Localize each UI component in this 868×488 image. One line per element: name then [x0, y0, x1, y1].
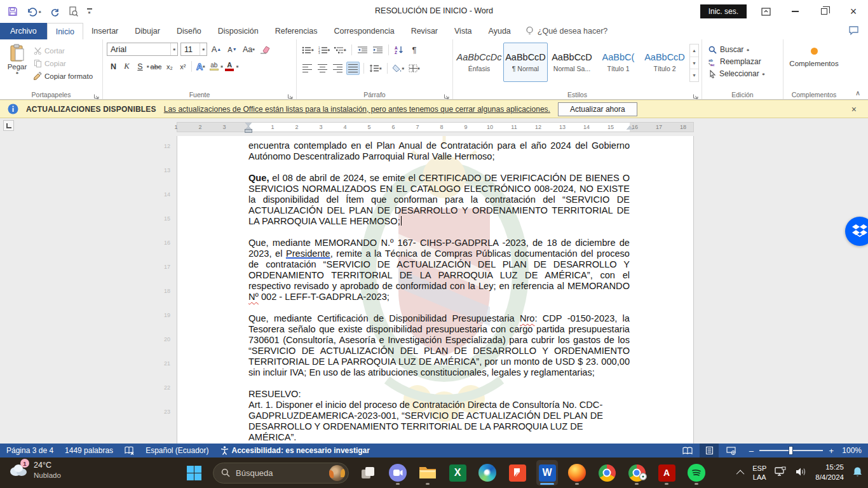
taskbar-firefox[interactable] — [566, 460, 588, 485]
tab-insertar[interactable]: Insertar — [83, 23, 126, 39]
document-paragraph[interactable]: RESUELVO: — [248, 389, 630, 400]
taskbar-acrobat[interactable]: A — [656, 460, 677, 485]
tab-ayuda[interactable]: Ayuda — [480, 23, 519, 39]
volume-icon[interactable] — [796, 467, 807, 479]
close-button[interactable]: × — [839, 0, 868, 23]
styles-scroll-down-icon[interactable]: ▼ — [690, 57, 698, 70]
tab-vista[interactable]: Vista — [446, 23, 480, 39]
notice-link[interactable]: Las actualizaciones de Office están list… — [164, 105, 550, 114]
taskbar-edge[interactable] — [477, 460, 498, 485]
find-button[interactable]: Buscar ▾ — [709, 45, 776, 54]
align-right-button[interactable] — [331, 62, 344, 75]
sign-in-button[interactable]: Inic. ses. — [700, 4, 747, 18]
underline-button[interactable]: S — [133, 60, 147, 73]
document-paragraph[interactable]: Que, el 08 de abril de 2024, se emite el… — [248, 173, 630, 227]
dropdown-caret[interactable]: ▾ — [39, 10, 41, 14]
tab-archivo[interactable]: Archivo — [0, 23, 47, 39]
font-family-select[interactable]: Arial ▾ — [107, 43, 178, 56]
accessibility-status[interactable]: Accesibilidad: es necesario investigar — [215, 446, 376, 455]
tab-revisar[interactable]: Revisar — [403, 23, 446, 39]
shading-button[interactable]: ▾ — [391, 62, 406, 75]
page-indicator[interactable]: Página 3 de 4 — [6, 446, 59, 455]
save-icon[interactable] — [8, 6, 18, 17]
paste-button[interactable]: Pegar ▾ — [3, 41, 32, 81]
superscript-button[interactable]: x² — [176, 60, 189, 73]
bullets-button[interactable]: ▾ — [301, 43, 315, 57]
styles-more-icon[interactable]: ▼ — [690, 69, 698, 81]
sort-button[interactable]: AZ — [393, 43, 406, 57]
strikethrough-button[interactable]: abc — [149, 60, 163, 73]
shrink-font-button[interactable]: A▼ — [226, 43, 239, 56]
network-icon[interactable] — [775, 466, 787, 480]
undo-icon[interactable]: ▾ — [27, 7, 41, 17]
collapse-ribbon-icon[interactable]: ∧ — [855, 89, 860, 97]
dropdown-caret[interactable]: ▾ — [236, 64, 239, 69]
line-spacing-button[interactable]: ▾ — [368, 62, 383, 75]
style-chip-plain[interactable]: AaBbCcDNormal Sa... — [550, 43, 594, 82]
taskbar-excel[interactable]: X — [447, 460, 468, 485]
print-preview-icon[interactable] — [69, 6, 78, 17]
restore-button[interactable] — [810, 0, 839, 23]
tab-stop-selector[interactable] — [3, 120, 14, 131]
replace-button[interactable]: abac Reemplazar — [709, 57, 776, 66]
document-paragraph[interactable]: Que, mediante Certificación de Disponibi… — [248, 313, 630, 378]
dialog-launcher-icon[interactable] — [693, 91, 700, 98]
styles-scrollbar[interactable]: ▲ ▼ ▼ — [689, 44, 699, 82]
justify-button[interactable] — [346, 62, 360, 75]
read-mode-button[interactable] — [678, 444, 697, 458]
taskbar-word[interactable]: W — [536, 460, 558, 485]
zoom-level[interactable]: 100% — [842, 446, 862, 455]
style-chip-h1[interactable]: AaBbC(Título 1 — [596, 43, 641, 82]
document-paragraph[interactable]: Art. 1. Disponer el inicio del proceso d… — [248, 400, 630, 443]
feedback-icon[interactable] — [848, 25, 859, 37]
task-view-button[interactable] — [357, 460, 379, 485]
language-switcher[interactable]: ESP LAA — [752, 464, 766, 482]
document-page[interactable]: encuentra contemplado en el Plan Anual d… — [177, 136, 694, 444]
taskbar-chrome[interactable] — [596, 460, 618, 485]
change-case-button[interactable]: Aa▾ — [241, 43, 256, 56]
taskbar-search[interactable]: Búsqueda — [213, 463, 349, 484]
font-size-select[interactable]: 11 ▾ — [180, 43, 207, 56]
taskbar-file-explorer[interactable] — [417, 460, 438, 485]
update-now-button[interactable]: Actualizar ahora — [558, 102, 637, 116]
document-text[interactable]: encuentra contemplado en el Plan Anual d… — [248, 140, 630, 444]
language-indicator[interactable]: Español (Ecuador) — [140, 446, 214, 455]
tab-diseno[interactable]: Diseño — [168, 23, 210, 39]
align-center-button[interactable] — [316, 62, 329, 75]
notification-bell-icon[interactable] — [852, 466, 863, 480]
document-paragraph[interactable]: encuentra contemplado en el Plan Anual d… — [248, 140, 630, 162]
multilevel-list-button[interactable]: ▾ — [333, 43, 348, 57]
taskbar-chrome-profile[interactable] — [626, 460, 648, 485]
zoom-slider[interactable]: – + — [748, 447, 834, 455]
show-marks-button[interactable]: ¶ — [408, 43, 421, 57]
hidden-icons-chevron[interactable] — [736, 470, 745, 478]
right-indent-marker[interactable] — [627, 126, 633, 130]
zoom-handle[interactable] — [789, 446, 793, 455]
copy-button[interactable]: Copiar — [32, 58, 95, 69]
styles-scroll-up-icon[interactable]: ▲ — [690, 44, 698, 57]
tab-dibujar[interactable]: Dibujar — [126, 23, 168, 39]
style-chip-emphasis[interactable]: AaBbCcDcÉnfasis — [457, 43, 501, 82]
format-painter-button[interactable]: Copiar formato — [32, 71, 95, 81]
minimize-button[interactable] — [780, 0, 810, 23]
weather-widget[interactable]: 1 24°C Nublado — [8, 461, 61, 480]
dropbox-icon[interactable] — [845, 217, 868, 246]
tab-disposicion[interactable]: Disposición — [210, 23, 267, 39]
clear-formatting-button[interactable] — [259, 43, 272, 56]
tab-correspondencia[interactable]: Correspondencia — [325, 23, 402, 39]
zoom-in-icon[interactable]: + — [828, 447, 834, 455]
italic-button[interactable]: K — [120, 60, 133, 73]
addins-button[interactable]: Complementos — [786, 41, 842, 67]
proofing-error-icon[interactable] — [119, 446, 140, 455]
print-layout-button[interactable] — [700, 444, 719, 458]
text-effects-button[interactable]: A▾ — [194, 60, 207, 73]
decrease-indent-button[interactable] — [356, 43, 369, 57]
select-button[interactable]: Seleccionar ▾ — [709, 69, 776, 78]
dialog-launcher-icon[interactable] — [287, 91, 294, 98]
dialog-launcher-icon[interactable] — [93, 91, 100, 98]
style-chip-normal[interactable]: AaBbCcD¶ Normal — [503, 43, 548, 82]
increase-indent-button[interactable] — [371, 43, 384, 57]
customize-qat-icon[interactable]: ▾ — [87, 8, 92, 14]
taskbar-clock[interactable]: 15:25 8/4/2024 — [815, 463, 844, 482]
document-paragraph[interactable]: Art. 2. Aprobar y poner en vigencia el P… — [248, 443, 630, 444]
